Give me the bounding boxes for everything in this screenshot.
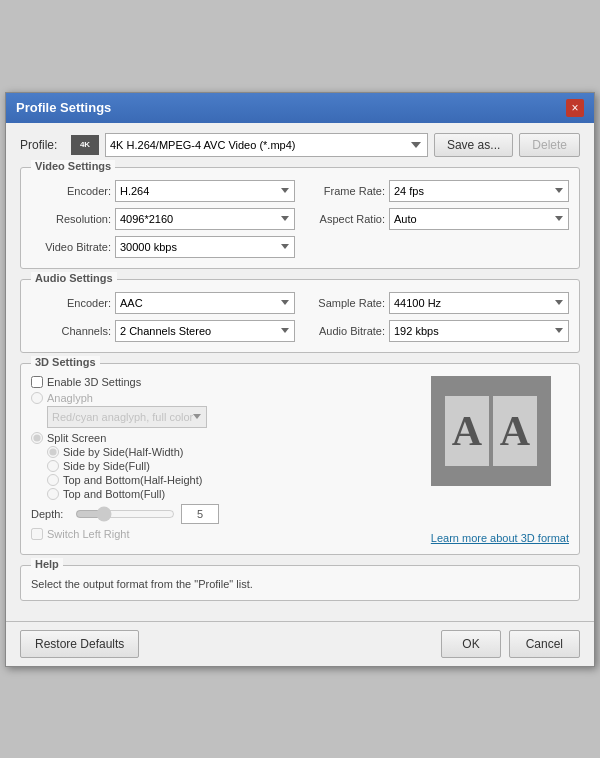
close-button[interactable]: × [566,99,584,117]
audio-settings-grid: Encoder: AAC Sample Rate: 44100 Hz Chann… [31,292,569,342]
sample-rate-row: Sample Rate: 44100 Hz [305,292,569,314]
threed-right-col: A A Learn more about 3D format [431,376,569,544]
sample-rate-label: Sample Rate: [305,297,385,309]
anaglyph-dropdown-row: Red/cyan anaglyph, full color [47,406,421,428]
audio-bitrate-row: Audio Bitrate: 192 kbps [305,320,569,342]
encoder-label: Encoder: [31,185,111,197]
learn-more-link[interactable]: Learn more about 3D format [431,532,569,544]
profile-row: Profile: 4K 4K H.264/MPEG-4 AVC Video (*… [20,133,580,157]
profile-select[interactable]: 4K H.264/MPEG-4 AVC Video (*.mp4) [105,133,428,157]
video-empty-cell [305,236,569,258]
video-settings-title: Video Settings [31,160,115,172]
cancel-button[interactable]: Cancel [509,630,580,658]
save-as-button[interactable]: Save as... [434,133,513,157]
switch-left-right-row: Switch Left Right [31,528,421,540]
restore-defaults-button[interactable]: Restore Defaults [20,630,139,658]
delete-button[interactable]: Delete [519,133,580,157]
frame-rate-select[interactable]: 24 fps [389,180,569,202]
top-bottom-half-row: Top and Bottom(Half-Height) [47,474,421,486]
side-by-side-half-row: Side by Side(Half-Width) [47,446,421,458]
audio-encoder-row: Encoder: AAC [31,292,295,314]
audio-settings-section: Audio Settings Encoder: AAC Sample Rate:… [20,279,580,353]
resolution-label: Resolution: [31,213,111,225]
side-by-side-half-label: Side by Side(Half-Width) [63,446,183,458]
channels-label: Channels: [31,325,111,337]
video-settings-section: Video Settings Encoder: H.264 Frame Rate… [20,167,580,269]
preview-letter-right: A [493,396,537,466]
resolution-row: Resolution: 4096*2160 [31,208,295,230]
dialog: Profile Settings × Profile: 4K 4K H.264/… [5,92,595,667]
help-text: Select the output format from the "Profi… [31,578,569,590]
audio-bitrate-select[interactable]: 192 kbps [389,320,569,342]
anaglyph-label: Anaglyph [47,392,93,404]
footer-right: OK Cancel [441,630,580,658]
sample-rate-select[interactable]: 44100 Hz [389,292,569,314]
video-bitrate-select[interactable]: 30000 kbps [115,236,295,258]
audio-settings-title: Audio Settings [31,272,117,284]
split-screen-row: Split Screen [31,432,421,444]
help-title: Help [31,558,63,570]
top-bottom-half-label: Top and Bottom(Half-Height) [63,474,202,486]
title-bar: Profile Settings × [6,93,594,123]
audio-encoder-select[interactable]: AAC [115,292,295,314]
enable-3d-row: Enable 3D Settings [31,376,421,388]
threed-settings-section: 3D Settings Enable 3D Settings Anaglyph [20,363,580,555]
side-by-side-full-radio[interactable] [47,460,59,472]
frame-rate-label: Frame Rate: [305,185,385,197]
threed-preview: A A [431,376,551,486]
aa-preview: A A [445,396,537,466]
depth-spinbox[interactable] [181,504,219,524]
profile-format-icon: 4K [71,135,99,155]
anaglyph-select[interactable]: Red/cyan anaglyph, full color [47,406,207,428]
side-by-side-full-row: Side by Side(Full) [47,460,421,472]
encoder-row: Encoder: H.264 [31,180,295,202]
switch-left-right-label: Switch Left Right [47,528,130,540]
enable-3d-checkbox[interactable] [31,376,43,388]
split-screen-radio[interactable] [31,432,43,444]
channels-select[interactable]: 2 Channels Stereo [115,320,295,342]
preview-letter-left: A [445,396,489,466]
enable-3d-label: Enable 3D Settings [47,376,141,388]
ok-button[interactable]: OK [441,630,500,658]
top-bottom-full-radio[interactable] [47,488,59,500]
split-screen-label: Split Screen [47,432,106,444]
encoder-select[interactable]: H.264 [115,180,295,202]
aspect-ratio-select[interactable]: Auto [389,208,569,230]
window-title: Profile Settings [16,100,111,115]
top-bottom-half-radio[interactable] [47,474,59,486]
dialog-content: Profile: 4K 4K H.264/MPEG-4 AVC Video (*… [6,123,594,621]
side-by-side-half-radio[interactable] [47,446,59,458]
help-section: Help Select the output format from the "… [20,565,580,601]
depth-row: Depth: [31,504,421,524]
video-settings-grid: Encoder: H.264 Frame Rate: 24 fps Resolu… [31,180,569,258]
threed-content: Enable 3D Settings Anaglyph Red/cyan ana… [31,376,569,544]
top-bottom-full-row: Top and Bottom(Full) [47,488,421,500]
profile-label: Profile: [20,138,65,152]
aspect-ratio-row: Aspect Ratio: Auto [305,208,569,230]
resolution-select[interactable]: 4096*2160 [115,208,295,230]
switch-left-right-checkbox[interactable] [31,528,43,540]
audio-encoder-label: Encoder: [31,297,111,309]
video-bitrate-row: Video Bitrate: 30000 kbps [31,236,295,258]
anaglyph-row: Anaglyph [31,392,421,404]
footer: Restore Defaults OK Cancel [6,621,594,666]
depth-slider[interactable] [75,508,175,520]
depth-label: Depth: [31,508,69,520]
frame-rate-row: Frame Rate: 24 fps [305,180,569,202]
anaglyph-radio[interactable] [31,392,43,404]
aspect-ratio-label: Aspect Ratio: [305,213,385,225]
audio-bitrate-label: Audio Bitrate: [305,325,385,337]
threed-left: Enable 3D Settings Anaglyph Red/cyan ana… [31,376,421,544]
video-bitrate-label: Video Bitrate: [31,241,111,253]
threed-settings-title: 3D Settings [31,356,100,368]
channels-row: Channels: 2 Channels Stereo [31,320,295,342]
top-bottom-full-label: Top and Bottom(Full) [63,488,165,500]
side-by-side-full-label: Side by Side(Full) [63,460,150,472]
